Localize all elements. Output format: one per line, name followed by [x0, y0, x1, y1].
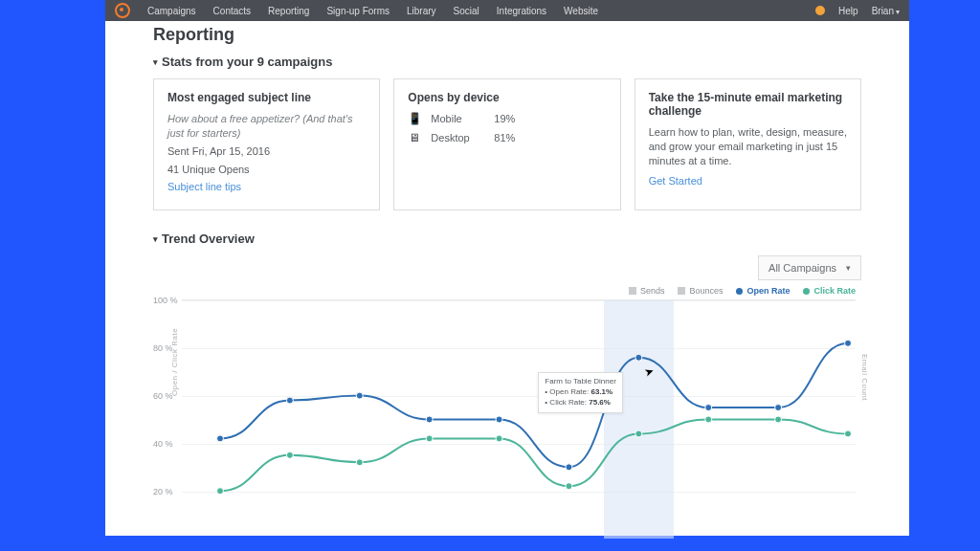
legend-click[interactable]: Click Rate	[803, 286, 856, 296]
get-started-link[interactable]: Get Started	[649, 174, 847, 188]
nav-social[interactable]: Social	[454, 6, 479, 16]
svg-point-17	[705, 416, 712, 423]
svg-point-2	[356, 392, 363, 399]
trend-toggle[interactable]: ▾ Trend Overview	[153, 231, 861, 246]
chevron-down-icon: ▾	[846, 263, 851, 273]
svg-point-5	[566, 464, 572, 471]
challenge-body: Learn how to plan, write, design, measur…	[649, 125, 847, 168]
stats-toggle[interactable]: ▾ Stats from your 9 campaigns	[153, 55, 861, 69]
nav-integrations[interactable]: Integrations	[497, 6, 546, 16]
svg-point-15	[566, 483, 572, 490]
chart-legend: Sends Bounces Open Rate Click Rate	[153, 286, 861, 296]
card-heading: Take the 15-minute email marketing chall…	[649, 91, 847, 118]
svg-point-1	[286, 397, 293, 404]
nav-contacts[interactable]: Contacts	[213, 6, 251, 16]
chevron-down-icon: ▾	[153, 57, 158, 67]
legend-sends[interactable]: Sends	[629, 286, 665, 296]
svg-point-9	[845, 341, 852, 347]
legend-bounces[interactable]: Bounces	[678, 286, 723, 296]
device-pct: 19%	[494, 113, 515, 124]
chevron-down-icon: ▾	[896, 8, 900, 16]
svg-point-6	[635, 354, 642, 361]
notifications-icon[interactable]	[815, 6, 825, 15]
top-nav: Campaigns Contacts Reporting Sign-up For…	[105, 0, 909, 21]
svg-point-12	[356, 459, 363, 466]
y-tick: 40 %	[153, 439, 173, 449]
card-heading: Opens by device	[408, 91, 606, 104]
svg-point-4	[496, 416, 502, 423]
card-engaged: Most engaged subject line How about a fr…	[153, 78, 380, 210]
card-heading: Most engaged subject line	[167, 91, 366, 104]
nav-website[interactable]: Website	[564, 6, 598, 16]
device-label: Mobile	[431, 113, 484, 124]
y-tick: 80 %	[153, 343, 173, 353]
nav-signup[interactable]: Sign-up Forms	[326, 6, 390, 16]
chevron-down-icon: ▾	[153, 234, 158, 244]
trend-chart[interactable]: Open / Click Rate Email Count 100 %80 %6…	[153, 299, 861, 539]
nav-library[interactable]: Library	[407, 6, 436, 16]
nav-campaigns[interactable]: Campaigns	[147, 6, 196, 16]
help-link[interactable]: Help	[838, 6, 858, 16]
device-label: Desktop	[431, 132, 484, 143]
mobile-icon: 📱	[408, 112, 421, 125]
card-device: Opens by device 📱 Mobile 19% 🖥 Desktop 8…	[393, 78, 620, 210]
brand-logo[interactable]	[115, 3, 130, 18]
campaign-filter[interactable]: All Campaigns ▾	[758, 255, 861, 280]
svg-point-0	[217, 435, 224, 442]
y-tick: 60 %	[153, 391, 173, 401]
svg-point-10	[217, 488, 224, 495]
legend-open[interactable]: Open Rate	[736, 286, 790, 296]
svg-point-8	[775, 405, 782, 411]
unique-opens: 41 Unique Opens	[167, 163, 366, 177]
svg-point-19	[845, 430, 852, 437]
page-title: Reporting	[153, 25, 861, 45]
y-axis-left-label: Open / Click Rate	[170, 328, 179, 396]
svg-point-7	[705, 405, 712, 411]
nav-reporting[interactable]: Reporting	[268, 6, 309, 16]
y-axis-right-label: Email Count	[860, 354, 869, 401]
user-menu[interactable]: Brian▾	[872, 6, 900, 16]
desktop-icon: 🖥	[408, 131, 421, 144]
subject-line: How about a free appetizer? (And that's …	[167, 112, 366, 141]
device-row-mobile: 📱 Mobile 19%	[408, 112, 606, 125]
chart-tooltip: Farm to Table Dinner• Open Rate: 63.1%• …	[538, 372, 623, 412]
nav-links: Campaigns Contacts Reporting Sign-up For…	[147, 6, 598, 16]
svg-point-18	[775, 416, 782, 423]
y-tick: 100 %	[153, 296, 178, 305]
sent-date: Sent Fri, Apr 15, 2016	[167, 144, 366, 159]
y-tick: 20 %	[153, 487, 173, 496]
svg-point-16	[635, 430, 642, 437]
svg-point-14	[496, 435, 502, 442]
svg-point-11	[286, 452, 293, 459]
subject-tips-link[interactable]: Subject line tips	[167, 180, 366, 194]
device-pct: 81%	[494, 132, 515, 143]
svg-point-13	[426, 435, 433, 442]
svg-point-3	[426, 416, 433, 423]
card-challenge: Take the 15-minute email marketing chall…	[635, 78, 861, 210]
device-row-desktop: 🖥 Desktop 81%	[408, 131, 606, 144]
